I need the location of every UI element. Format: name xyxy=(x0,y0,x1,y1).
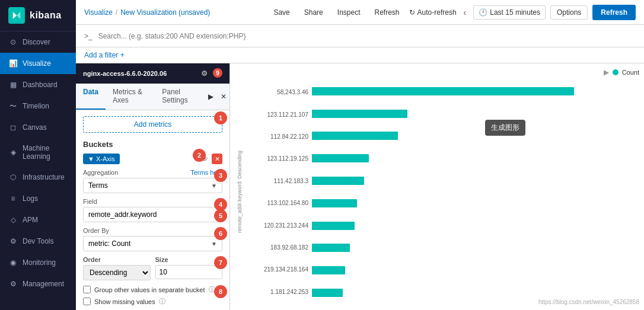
bar xyxy=(312,87,574,95)
size-sub-label: Size xyxy=(155,256,223,263)
bar-chart xyxy=(312,79,639,305)
sidebar-item-canvas[interactable]: ◻ Canvas xyxy=(0,117,76,138)
y-label-7: 183.92.68.182 xyxy=(247,244,312,251)
annotation-6: 6 xyxy=(214,227,227,240)
save-button[interactable]: Save xyxy=(269,6,294,19)
show-missing-checkbox[interactable] xyxy=(83,298,91,305)
bar-row xyxy=(312,174,639,187)
chart-icon: 📊 xyxy=(8,59,18,68)
y-axis-labels: 58,243.3.46 123.112.21.107 112.84.22.120… xyxy=(247,79,312,305)
auto-refresh-button[interactable]: ↻ Auto-refresh xyxy=(409,8,457,17)
sidebar-item-timelion[interactable]: 〜 Timelion xyxy=(0,95,76,117)
time-range-label: Last 15 minutes xyxy=(490,8,540,17)
order-dropdown[interactable]: Descending xyxy=(83,265,151,280)
add-filter-button[interactable]: Add a filter + xyxy=(84,51,125,59)
auto-refresh-label: Auto-refresh xyxy=(417,8,457,17)
y-label-9: 1.181.242.253 xyxy=(247,289,312,295)
inspect-button[interactable]: Inspect xyxy=(333,6,365,19)
bar xyxy=(312,199,357,207)
panel-header: nginx-access-6.6.0-2020.06 ⚙ 9 xyxy=(76,63,229,84)
bar-row xyxy=(312,129,639,142)
group-other-checkbox[interactable] xyxy=(83,286,91,293)
breadcrumb-current: New Visualization (unsaved) xyxy=(120,8,210,17)
tab-data[interactable]: Data xyxy=(76,84,106,110)
close-panel-button[interactable]: ✕ xyxy=(217,84,229,110)
field-select[interactable]: remote_addr.keyword › xyxy=(83,207,222,222)
bucket-remove-button[interactable]: ✕ xyxy=(212,154,222,164)
bucket-toggle-button[interactable]: ▼ X-Axis xyxy=(83,154,120,164)
legend-arrow-icon[interactable]: ▶ xyxy=(604,68,609,76)
field-label: Field xyxy=(83,198,222,205)
aggregation-select[interactable]: Terms ▼ xyxy=(83,178,222,193)
search-bar: >_ xyxy=(76,25,644,47)
sidebar-item-logs[interactable]: ≡ Logs xyxy=(0,188,76,209)
top-header: Visualize / New Visualization (unsaved) … xyxy=(76,0,644,25)
grid-icon: ▦ xyxy=(8,80,18,90)
x-axis-label: remote_addr.keyword: Descending xyxy=(235,148,245,235)
search-input[interactable] xyxy=(98,32,636,40)
apm-icon: ◇ xyxy=(8,215,18,225)
share-button[interactable]: Share xyxy=(299,6,328,19)
order-col: Order Descending xyxy=(83,256,151,280)
bar xyxy=(312,222,355,230)
order-by-select[interactable]: metric: Count ▼ xyxy=(83,236,222,251)
time-range-selector[interactable]: 🕐 Last 15 minutes xyxy=(473,5,546,20)
refresh-icon: ↻ xyxy=(409,8,415,17)
size-input[interactable] xyxy=(155,265,223,279)
bar-row xyxy=(312,85,639,98)
panel-header-icons: ⚙ 9 xyxy=(199,68,222,79)
settings-panel-icon[interactable]: ⚙ xyxy=(199,68,209,79)
clock-icon: 🕐 xyxy=(479,8,487,17)
y-label-2: 112.84.22.120 xyxy=(247,133,312,140)
chevron-down-icon: ▼ xyxy=(211,183,217,189)
bar xyxy=(312,132,398,140)
bar xyxy=(312,266,345,274)
infra-icon: ⬡ xyxy=(8,172,18,182)
play-button[interactable]: ▶ xyxy=(205,84,217,110)
sidebar-item-discover[interactable]: ⊙ Discover xyxy=(0,31,76,53)
index-title: nginx-access-6.6.0-2020.06 xyxy=(83,70,167,77)
size-col: Size xyxy=(155,256,223,280)
bar xyxy=(312,110,407,118)
tab-metrics-axes[interactable]: Metrics & Axes xyxy=(106,84,155,110)
bar-row xyxy=(312,152,639,165)
add-metrics-button[interactable]: Add metrics xyxy=(83,116,222,133)
sidebar-item-apm[interactable]: ◇ APM xyxy=(0,209,76,231)
bucket-type-label: X-Axis xyxy=(96,155,115,162)
left-panel: nginx-access-6.6.0-2020.06 ⚙ 9 Data Metr… xyxy=(76,63,230,310)
y-label-1: 123.112.21.107 xyxy=(247,111,312,118)
refresh-top-button[interactable]: Refresh xyxy=(370,6,404,19)
sidebar-item-visualize[interactable]: 📊 Visualize xyxy=(0,53,76,74)
bar-row xyxy=(312,107,639,120)
bar-row xyxy=(312,241,639,254)
group-other-checkbox-row: Group other values in separate bucket ⓘ xyxy=(83,285,222,294)
annotation-7: 7 xyxy=(214,256,227,269)
sidebar-item-monitoring[interactable]: ◉ Monitoring xyxy=(0,252,76,273)
chart-legend: ▶ Count xyxy=(235,68,639,76)
tooltip-generate-chart: 生成图形 xyxy=(485,120,525,136)
breadcrumb-visualize[interactable]: Visualize xyxy=(84,8,113,17)
workspace: nginx-access-6.6.0-2020.06 ⚙ 9 Data Metr… xyxy=(76,63,644,310)
bar xyxy=(312,289,343,297)
bar xyxy=(312,154,369,162)
options-button[interactable]: Options xyxy=(550,5,588,20)
bar xyxy=(312,244,350,252)
sidebar-item-dashboard[interactable]: ▦ Dashboard xyxy=(0,74,76,95)
chevron-down-icon: ▼ xyxy=(88,155,94,162)
chart-panel: ▶ Count remote_addr.keyword: Descending … xyxy=(230,63,644,310)
order-size-row: Order Descending Size xyxy=(83,256,222,280)
content-area: Add a filter + nginx-access-6.6.0-2020.0… xyxy=(76,47,644,310)
prev-time-arrow[interactable]: ‹ xyxy=(461,5,469,20)
breadcrumb: Visualize / New Visualization (unsaved) xyxy=(84,8,210,17)
sidebar-item-machine-learning[interactable]: ◈ Machine Learning xyxy=(0,138,76,167)
sidebar-item-dev-tools[interactable]: ⚙ Dev Tools xyxy=(0,231,76,252)
annotation-5: 5 xyxy=(214,209,227,222)
panel-body: Add metrics 1 Buckets ▼ X-Axis 👁 xyxy=(76,110,229,310)
sidebar-item-infrastructure[interactable]: ⬡ Infrastructure xyxy=(0,167,76,188)
sidebar-item-management[interactable]: ⚙ Management xyxy=(0,273,76,295)
annotation-9: 9 xyxy=(213,68,222,78)
refresh-main-button[interactable]: Refresh xyxy=(592,5,636,20)
tab-panel-settings[interactable]: Panel Settings xyxy=(155,84,203,110)
header-actions: Save Share Inspect Refresh ↻ Auto-refres… xyxy=(269,5,636,20)
group-other-label: Group other values in separate bucket xyxy=(94,286,205,293)
